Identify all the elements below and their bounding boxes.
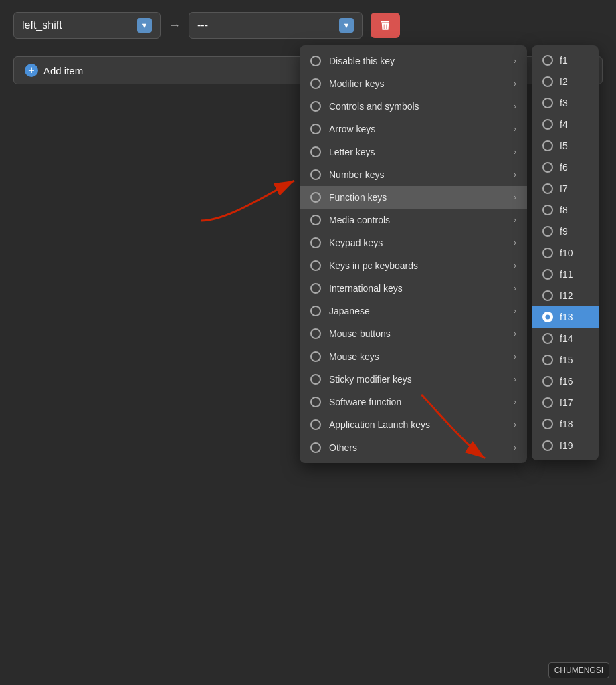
submenu-item-f2[interactable]: f2: [532, 71, 599, 92]
submenu-label-f17: f17: [560, 397, 573, 408]
menu-item-letter[interactable]: Letter keys ›: [300, 140, 527, 163]
menu-item-software[interactable]: Software function ›: [300, 391, 527, 413]
radio-number: [310, 169, 321, 180]
radio-f11: [542, 269, 553, 280]
menu-item-launch[interactable]: Application Launch keys ›: [300, 413, 527, 436]
submenu-item-f14[interactable]: f14: [532, 328, 599, 349]
radio-controls: [310, 101, 321, 112]
submenu-item-f5[interactable]: f5: [532, 135, 599, 157]
submenu-label-f14: f14: [560, 333, 573, 344]
menu-label-international: International keys: [329, 283, 506, 294]
menu-item-function[interactable]: Function keys ›: [300, 186, 527, 209]
submenu-item-f8[interactable]: f8: [532, 199, 599, 221]
submenu-item-f17[interactable]: f17: [532, 392, 599, 413]
menu-item-media[interactable]: Media controls ›: [300, 209, 527, 231]
radio-f19: [542, 440, 553, 451]
menu-item-number[interactable]: Number keys ›: [300, 163, 527, 186]
left-key-chevron: ▼: [137, 18, 152, 33]
radio-disable: [310, 56, 321, 66]
submenu-item-f12[interactable]: f12: [532, 285, 599, 306]
menu-item-modifier[interactable]: Modifier keys ›: [300, 72, 527, 95]
radio-f3: [542, 98, 553, 108]
menu-label-controls: Controls and symbols: [329, 101, 506, 112]
delete-button[interactable]: [371, 13, 400, 38]
submenu-item-f15[interactable]: f15: [532, 349, 599, 371]
add-item-label: Add item: [43, 65, 83, 76]
menu-item-mouse[interactable]: Mouse buttons ›: [300, 322, 527, 345]
menu-label-disable: Disable this key: [329, 56, 506, 66]
radio-f15: [542, 355, 553, 365]
submenu-item-f19[interactable]: f19: [532, 435, 599, 456]
submenu-item-f11[interactable]: f11: [532, 264, 599, 285]
menu-label-media: Media controls: [329, 215, 506, 225]
submenu-item-f6[interactable]: f6: [532, 157, 599, 178]
submenu-item-f18[interactable]: f18: [532, 413, 599, 435]
menu-item-pckeys[interactable]: Keys in pc keyboards ›: [300, 254, 527, 277]
submenu-label-f18: f18: [560, 419, 573, 429]
submenu-item-f1[interactable]: f1: [532, 50, 599, 71]
chevron-right-icon: ›: [514, 261, 516, 270]
submenu-item-f9[interactable]: f9: [532, 221, 599, 242]
submenu-label-f19: f19: [560, 440, 573, 451]
menu-item-others[interactable]: Others ›: [300, 436, 527, 459]
menu-label-keypad: Keypad keys: [329, 237, 506, 248]
menu-label-mousekeys: Mouse keys: [329, 351, 506, 362]
left-key-dropdown[interactable]: left_shift ▼: [13, 12, 161, 39]
submenu-item-f10[interactable]: f10: [532, 242, 599, 264]
menu-item-keypad[interactable]: Keypad keys ›: [300, 231, 527, 254]
submenu-item-f7[interactable]: f7: [532, 178, 599, 199]
right-key-chevron: ▼: [339, 18, 354, 33]
menu-item-mousekeys[interactable]: Mouse keys ›: [300, 345, 527, 368]
submenu-label-f13: f13: [560, 312, 573, 322]
submenu-item-f13[interactable]: f13: [532, 306, 599, 328]
submenu-label-f8: f8: [560, 205, 568, 215]
radio-keypad: [310, 237, 321, 248]
menu-label-arrow: Arrow keys: [329, 124, 506, 134]
radio-f4: [542, 119, 553, 130]
submenu-label-f2: f2: [560, 76, 568, 87]
chevron-right-icon: ›: [514, 102, 516, 111]
submenu-label-f16: f16: [560, 376, 573, 387]
radio-international: [310, 283, 321, 294]
menu-item-arrow[interactable]: Arrow keys ›: [300, 118, 527, 140]
chevron-right-icon: ›: [514, 215, 516, 225]
radio-f6: [542, 162, 553, 173]
submenu-item-f3[interactable]: f3: [532, 92, 599, 114]
menu-label-mouse: Mouse buttons: [329, 328, 506, 339]
submenu-label-f10: f10: [560, 248, 573, 258]
radio-others: [310, 442, 321, 453]
radio-modifier: [310, 78, 321, 89]
chevron-right-icon: ›: [514, 238, 516, 248]
submenu-label-f4: f4: [560, 119, 568, 130]
watermark: CHUMENGSI: [548, 662, 609, 678]
top-bar: left_shift ▼ → --- ▼: [0, 0, 616, 51]
right-key-dropdown[interactable]: --- ▼: [189, 12, 363, 39]
chevron-right-icon: ›: [514, 375, 516, 384]
radio-sticky: [310, 374, 321, 385]
menu-item-international[interactable]: International keys ›: [300, 277, 527, 300]
radio-letter: [310, 146, 321, 157]
submenu-item-f4[interactable]: f4: [532, 114, 599, 135]
chevron-right-icon: ›: [514, 352, 516, 361]
chevron-right-icon: ›: [514, 284, 516, 293]
menu-label-others: Others: [329, 442, 506, 453]
chevron-right-icon: ›: [514, 443, 516, 452]
menu-label-function: Function keys: [329, 192, 506, 203]
menu-item-sticky[interactable]: Sticky modifier keys ›: [300, 368, 527, 391]
submenu-item-f16[interactable]: f16: [532, 371, 599, 392]
chevron-right-icon: ›: [514, 170, 516, 179]
radio-japanese: [310, 306, 321, 316]
radio-mousekeys: [310, 351, 321, 362]
radio-f5: [542, 140, 553, 151]
menu-item-disable[interactable]: Disable this key ›: [300, 50, 527, 72]
submenu-label-f15: f15: [560, 355, 573, 365]
submenu-label-f9: f9: [560, 226, 568, 237]
menu-label-pckeys: Keys in pc keyboards: [329, 260, 506, 271]
menu-item-japanese[interactable]: Japanese ›: [300, 300, 527, 322]
main-dropdown-menu: Disable this key › Modifier keys › Contr…: [300, 45, 527, 463]
chevron-right-icon: ›: [514, 397, 516, 407]
radio-f14: [542, 333, 553, 344]
menu-item-controls[interactable]: Controls and symbols ›: [300, 95, 527, 118]
radio-arrow: [310, 124, 321, 134]
chevron-right-icon: ›: [514, 306, 516, 316]
